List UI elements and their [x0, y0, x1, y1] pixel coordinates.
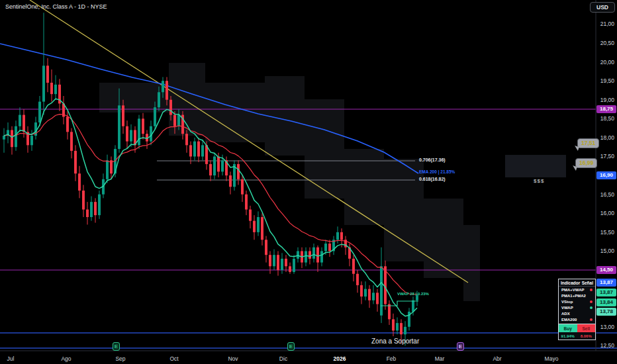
candle-body	[90, 202, 93, 217]
money-note-label[interactable]: $$$	[534, 178, 544, 184]
fib-level-label-0618[interactable]: 0.618(16.82)	[419, 177, 446, 181]
candle-body	[189, 145, 192, 156]
candle-body	[50, 83, 53, 94]
candle-body	[257, 217, 260, 232]
candle-body	[197, 142, 200, 157]
table-row: VStop	[559, 298, 595, 304]
candle-body	[126, 126, 128, 142]
candle-body	[340, 232, 343, 240]
price-tick: 16,50	[594, 191, 614, 198]
candle-body	[404, 327, 406, 334]
ema200-line-label: EMA 200 | 21.85%	[419, 169, 455, 174]
support-zone-label[interactable]: Zona a Soportar	[371, 338, 419, 345]
candle-body	[130, 130, 132, 141]
candle-body	[293, 259, 295, 272]
signal-dot-none	[590, 312, 593, 315]
time-label-mar: Mar	[435, 355, 445, 362]
candle-body	[158, 92, 160, 107]
indicator-name: VWAP	[561, 306, 573, 310]
candle-body	[360, 285, 363, 296]
time-label-mayo: Mayo	[545, 355, 559, 362]
price-tick: 20,50	[594, 40, 614, 46]
candle-body	[281, 259, 283, 270]
candle-body	[201, 145, 204, 156]
candle-body	[320, 251, 323, 262]
candle-body	[364, 289, 367, 296]
candle-body	[412, 300, 414, 312]
candle-body	[245, 195, 248, 210]
candle-body	[185, 134, 188, 145]
candle-body	[356, 274, 359, 285]
candle-body	[261, 217, 263, 240]
candle-body	[237, 164, 240, 179]
signal-dot-red	[590, 318, 593, 321]
candle-body	[336, 232, 339, 240]
candle-body	[241, 179, 244, 195]
candle-body	[74, 151, 77, 173]
indicator-name: PMA1+PMA2	[561, 294, 586, 298]
candle-body	[66, 116, 69, 132]
candle-body	[42, 66, 45, 101]
candle-body	[324, 244, 327, 251]
time-label-oct: Oct	[169, 355, 178, 362]
candle-body	[305, 251, 307, 262]
indicator-name: ADX	[561, 312, 570, 316]
candle-body	[277, 255, 279, 270]
candle-body	[23, 115, 25, 132]
time-label-sep: Sep	[115, 355, 125, 362]
candle-body	[193, 142, 196, 157]
buy-percent: 91.94%	[559, 332, 577, 340]
candle-body	[86, 210, 89, 217]
time-label-abr: Abr	[493, 355, 501, 362]
table-row: EMA200	[559, 316, 595, 322]
candle-body	[308, 251, 311, 258]
candle-body	[54, 85, 57, 94]
signal-panel-col-signal: Señal	[582, 281, 593, 285]
candle-body	[265, 240, 267, 255]
table-row: ADX	[559, 310, 595, 316]
earnings-upcoming-icon[interactable]: E	[457, 342, 464, 351]
earnings-past-icon[interactable]: E	[113, 342, 120, 351]
price-note-box[interactable]	[505, 155, 566, 177]
candle-body	[229, 175, 232, 187]
trading-chart-app: SentinelOne, Inc. Class A - 1D - NYSE US…	[0, 0, 617, 364]
signal-dot-none	[590, 295, 593, 297]
price-bubble-1751[interactable]: 17,51	[577, 138, 599, 148]
candle-body	[312, 248, 315, 259]
price-tag: 18,75	[596, 105, 616, 113]
price-tag: 13,84	[596, 298, 616, 306]
table-row: VWAP	[559, 304, 595, 310]
candle-body	[352, 259, 355, 274]
candle-body	[221, 160, 224, 171]
currency-button[interactable]: USD	[590, 2, 615, 13]
price-tag: 13,87	[596, 279, 616, 287]
candle-body	[285, 259, 287, 266]
time-label-2026: 2026	[334, 355, 346, 362]
candle-body	[118, 105, 120, 149]
price-tick: 21,00	[594, 21, 614, 27]
earnings-past-icon[interactable]: E	[287, 342, 295, 351]
indicator-name: VStop	[561, 300, 573, 304]
candle-body	[30, 136, 33, 145]
price-bubble-1699[interactable]: 16,99	[575, 158, 597, 168]
chart-canvas[interactable]	[0, 0, 617, 364]
candle-body	[142, 118, 144, 134]
candle-body	[209, 164, 212, 175]
candle-body	[213, 156, 216, 175]
vwap-line-label: VWAP 28 | 0.23%	[397, 292, 429, 296]
trendline	[30, 0, 468, 283]
price-tick: 15,50	[594, 229, 614, 236]
fib-level-label-0706[interactable]: 0.706(17.36)	[419, 158, 446, 162]
candle-body	[177, 115, 180, 126]
candle-body	[249, 210, 252, 221]
price-tick: 19,50	[594, 77, 614, 84]
price-tag: 13,78	[596, 308, 616, 316]
candle-body	[3, 136, 5, 140]
candle-body	[328, 244, 331, 251]
candle-body	[162, 81, 164, 92]
price-tag: 16,90	[596, 171, 616, 179]
price-tick: 15,00	[594, 248, 614, 254]
table-row: PMA+VWAP	[559, 287, 595, 293]
candle-body	[217, 156, 220, 171]
candle-body	[392, 319, 395, 330]
